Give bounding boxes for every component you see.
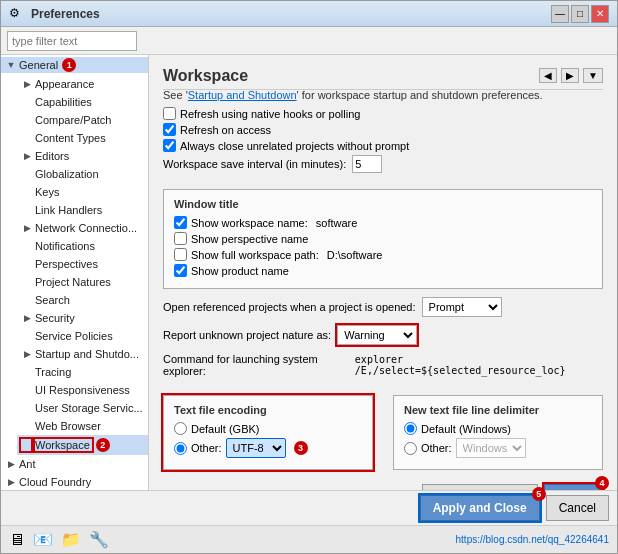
open-referenced-select[interactable]: Prompt Always Never [422, 297, 502, 317]
preferences-window: ⚙ Preferences — □ ✕ ▼ General 1 [0, 0, 618, 554]
command-label: Command for launching system explorer: [163, 353, 351, 377]
refresh-access-checkbox[interactable] [163, 123, 176, 136]
apply-container: Apply 4 [544, 484, 603, 490]
save-interval-row: Workspace save interval (in minutes): [163, 155, 603, 173]
sidebar-item-general[interactable]: ▼ General 1 [1, 55, 148, 75]
encoding-default-radio[interactable] [174, 422, 187, 435]
minimize-button[interactable]: — [551, 5, 569, 23]
status-icon-3[interactable]: 📁 [61, 530, 81, 549]
checkbox-always-close: Always close unrelated projects without … [163, 139, 603, 152]
general-label: General [17, 59, 58, 71]
close-button[interactable]: ✕ [591, 5, 609, 23]
encoding-other-radio[interactable] [174, 442, 187, 455]
sidebar-item-compare-patch[interactable]: Compare/Patch [17, 111, 148, 129]
report-unknown-label: Report unknown project nature as: [163, 329, 331, 341]
command-row: Command for launching system explorer: e… [163, 353, 603, 377]
maximize-button[interactable]: □ [571, 5, 589, 23]
status-icon-4[interactable]: 🔧 [89, 530, 109, 549]
sidebar: ▼ General 1 ▶Appearance Capabilities Com… [1, 55, 149, 490]
sidebar-item-project-natures[interactable]: Project Natures [17, 273, 148, 291]
show-workspace-name-checkbox[interactable] [174, 216, 187, 229]
encoding-other-row: Other: UTF-8 GBK 3 [174, 438, 362, 458]
refresh-native-label: Refresh using native hooks or polling [180, 108, 360, 120]
sidebar-item-security[interactable]: ▶Security [17, 309, 148, 327]
sidebar-item-user-storage[interactable]: User Storage Servic... [17, 399, 148, 417]
sidebar-item-service-policies[interactable]: Service Policies [17, 327, 148, 345]
window-title-label: Window title [174, 198, 592, 210]
show-full-path-label: Show full workspace path: [191, 249, 319, 261]
encoding-group-box: Text file encoding Default (GBK) Other: … [163, 395, 373, 470]
encoding-other-label: Other: [191, 442, 222, 454]
status-bar: 🖥 📧 📁 🔧 https://blog.csdn.net/qq_4226464… [1, 525, 617, 553]
window-controls: — □ ✕ [551, 5, 609, 23]
sidebar-item-notifications[interactable]: Notifications [17, 237, 148, 255]
encoding-default-label: Default (GBK) [191, 423, 259, 435]
show-product-checkbox[interactable] [174, 264, 187, 277]
newline-other-row: Other: Windows [404, 438, 592, 458]
sidebar-item-ui[interactable]: UI Responsiveness [17, 381, 148, 399]
show-perspective-checkbox[interactable] [174, 232, 187, 245]
save-interval-input[interactable] [352, 155, 382, 173]
checkbox-refresh-access: Refresh on access [163, 123, 603, 136]
newline-default-label: Default (Windows) [421, 423, 511, 435]
sidebar-item-editors[interactable]: ▶Editors [17, 147, 148, 165]
checkbox-refresh-native: Refresh using native hooks or polling [163, 107, 603, 120]
forward-button[interactable]: ▶ [561, 68, 579, 83]
general-children: ▶Appearance Capabilities Compare/Patch C… [1, 75, 148, 455]
back-button[interactable]: ◀ [539, 68, 557, 83]
encoding-title: Text file encoding [174, 404, 362, 416]
newline-other-radio[interactable] [404, 442, 417, 455]
always-close-checkbox[interactable] [163, 139, 176, 152]
sidebar-item-appearance[interactable]: ▶Appearance [17, 75, 148, 93]
menu-button[interactable]: ▼ [583, 68, 603, 83]
report-unknown-select[interactable]: Warning Error Ignore [337, 325, 417, 345]
apply-close-button[interactable]: Apply and Close [420, 495, 540, 521]
window-title: Preferences [31, 7, 551, 21]
title-bar: ⚙ Preferences — □ ✕ [1, 1, 617, 27]
sidebar-item-network[interactable]: ▶Network Connectio... [17, 219, 148, 237]
sidebar-item-startup[interactable]: ▶Startup and Shutdo... [17, 345, 148, 363]
status-icon-1[interactable]: 🖥 [9, 531, 25, 549]
right-panel: Workspace ◀ ▶ ▼ See 'Startup and Shutdow… [149, 55, 617, 490]
open-referenced-label: Open referenced projects when a project … [163, 301, 416, 313]
startup-link[interactable]: Startup and Shutdown [188, 89, 297, 101]
sidebar-item-keys[interactable]: Keys [17, 183, 148, 201]
sidebar-item-capabilities[interactable]: Capabilities [17, 93, 148, 111]
apply-num: 4 [595, 476, 609, 490]
sidebar-item-cloud-foundry[interactable]: ▶Cloud Foundry [1, 473, 148, 490]
status-icon-2[interactable]: 📧 [33, 530, 53, 549]
startup-section: See 'Startup and Shutdown' for workspace… [163, 89, 603, 101]
sidebar-item-search[interactable]: Search [17, 291, 148, 309]
command-value: explorer /E,/select=${selected_resource_… [355, 354, 603, 376]
newline-select[interactable]: Windows [456, 438, 526, 458]
sidebar-item-tracing[interactable]: Tracing [17, 363, 148, 381]
show-full-path-checkbox[interactable] [174, 248, 187, 261]
encoding-col: Text file encoding Default (GBK) Other: … [163, 387, 373, 478]
refresh-native-checkbox[interactable] [163, 107, 176, 120]
apply-button[interactable]: Apply [544, 484, 603, 490]
always-close-label: Always close unrelated projects without … [180, 140, 409, 152]
cancel-button[interactable]: Cancel [546, 495, 609, 521]
window-icon: ⚙ [9, 6, 25, 22]
nav-arrows: ◀ ▶ ▼ [163, 68, 603, 83]
open-referenced-row: Open referenced projects when a project … [163, 297, 603, 317]
apply-close-container: Apply and Close 5 [420, 495, 540, 521]
newline-title: New text file line delimiter [404, 404, 592, 416]
filter-input[interactable] [7, 31, 137, 51]
sidebar-item-link-handlers[interactable]: Link Handlers [17, 201, 148, 219]
report-unknown-row: Report unknown project nature as: Warnin… [163, 325, 603, 345]
show-workspace-name-row: Show workspace name: software [174, 216, 592, 229]
newline-default-radio[interactable] [404, 422, 417, 435]
encoding-select[interactable]: UTF-8 GBK [226, 438, 286, 458]
sidebar-item-content-types[interactable]: Content Types [17, 129, 148, 147]
filter-toolbar [1, 27, 617, 55]
sidebar-item-perspectives[interactable]: Perspectives [17, 255, 148, 273]
footer-buttons: Apply and Close 5 Cancel [1, 490, 617, 525]
general-num: 1 [62, 58, 76, 72]
sidebar-item-workspace[interactable]: Workspace 2 [17, 435, 148, 455]
sidebar-item-globalization[interactable]: Globalization [17, 165, 148, 183]
status-icons: 🖥 📧 📁 🔧 [9, 530, 109, 549]
sidebar-item-web-browser[interactable]: Web Browser [17, 417, 148, 435]
show-product-label: Show product name [191, 265, 289, 277]
sidebar-item-ant[interactable]: ▶Ant [1, 455, 148, 473]
